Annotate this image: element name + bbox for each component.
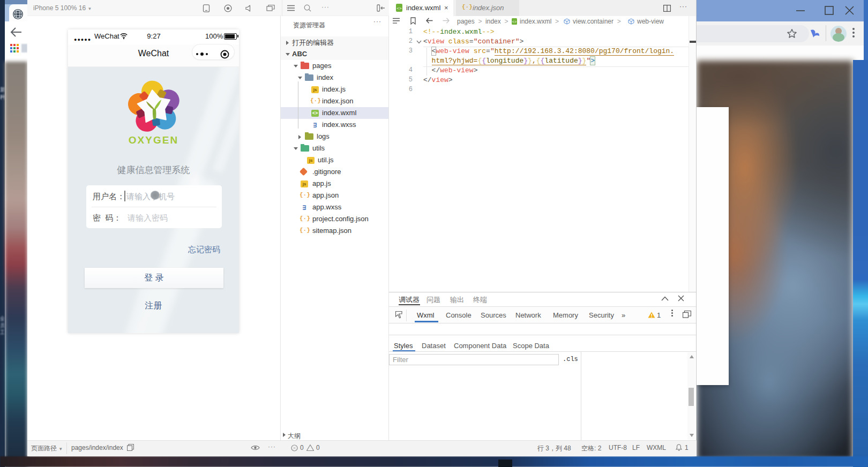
svg-text:<>: <> bbox=[512, 20, 517, 24]
svg-text:<>: <> bbox=[396, 6, 402, 11]
